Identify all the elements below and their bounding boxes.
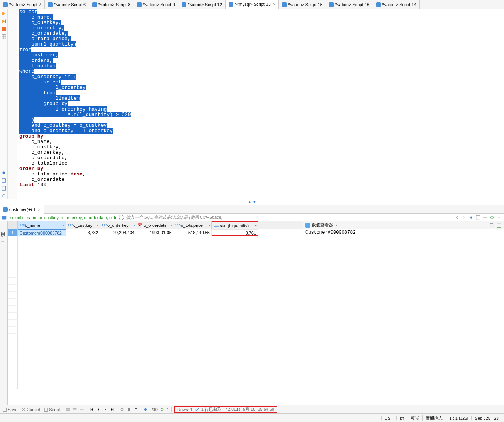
run-icon[interactable] <box>1 11 7 16</box>
side-tabs-top[interactable]: 网格 <box>0 225 7 245</box>
tab-script-8[interactable]: *<atom> Script-8 <box>89 0 134 9</box>
script-button[interactable]: Script <box>43 407 61 412</box>
doc-icon[interactable] <box>1 178 7 183</box>
first-icon[interactable] <box>89 407 94 412</box>
column-header-c_custkey[interactable]: 123c_custkey▾ <box>66 221 100 229</box>
tab-label: *<atom> Script-6 <box>54 2 86 7</box>
doc2-icon[interactable] <box>1 185 7 191</box>
prev-icon[interactable] <box>96 407 101 412</box>
del-row-icon[interactable] <box>80 407 84 412</box>
chevron-down-icon[interactable] <box>496 215 502 220</box>
tab-script-7[interactable]: *<atom> Script-7 <box>0 0 45 9</box>
sql-icon <box>3 2 8 7</box>
filter-icon[interactable]: ▾ <box>209 223 210 227</box>
nav-next-icon[interactable] <box>462 215 467 220</box>
filter-icon[interactable]: ▾ <box>133 223 135 227</box>
number-type-icon: 123 <box>68 223 72 227</box>
tab-script-14[interactable]: *<atom> Script-14 <box>373 0 420 9</box>
explain-icon[interactable] <box>1 26 7 32</box>
column-header-o_orderdate[interactable]: 📅o_orderdate▾ <box>136 221 173 229</box>
expand-icon[interactable] <box>496 223 502 228</box>
pin-icon[interactable] <box>468 215 474 220</box>
tab-label: *<atom> Script-14 <box>382 2 417 7</box>
cell-o_orderkey[interactable]: 29,294,434 <box>100 229 136 236</box>
cell-c_name[interactable]: Customer#000008782 <box>18 229 66 236</box>
svg-rect-10 <box>497 223 501 227</box>
close-icon[interactable]: × <box>38 207 40 212</box>
tab-script-15[interactable]: *<atom> Script-15 <box>279 0 326 9</box>
number-type-icon: 123 <box>175 223 180 227</box>
status-box: Rows: 1 1 行已获取 - 42.811s, 5月 10, 15:54:5… <box>174 406 277 413</box>
copy-icon[interactable] <box>489 223 495 228</box>
value-viewer-pane: 数值查看器 × Customer#000008782 <box>303 221 504 405</box>
refresh-icon[interactable] <box>489 215 495 220</box>
column-header-sum[interactable]: 123sum(l_quantity)▾ <box>212 221 258 229</box>
sql-icon <box>329 2 334 7</box>
results-tab-customer[interactable]: customer(+) 1 × <box>0 205 44 214</box>
run-step-icon[interactable] <box>1 19 7 24</box>
next-icon[interactable] <box>103 407 108 412</box>
filter-icon[interactable]: ▾ <box>170 223 172 227</box>
close-icon[interactable]: × <box>273 2 275 7</box>
refresh-icon[interactable] <box>120 407 124 412</box>
grid-view-icon[interactable] <box>475 215 481 220</box>
filter-icon[interactable]: ▾ <box>63 223 65 227</box>
stop-icon[interactable] <box>127 407 131 412</box>
sash-handle[interactable]: ▲ ▼ <box>0 199 504 205</box>
viewer-header: 数值查看器 × <box>303 221 504 229</box>
tab-script-12[interactable]: *<atom> Script-12 <box>178 0 226 9</box>
status-locale: zh <box>396 416 407 420</box>
last-icon[interactable] <box>110 407 115 412</box>
save-button[interactable]: Save <box>2 407 18 412</box>
results-tab-label: customer(+) 1 <box>9 207 36 212</box>
cell-o_totalprice[interactable]: 518,140.85 <box>173 229 212 236</box>
tab-script-6[interactable]: *<atom> Script-6 <box>45 0 90 9</box>
gear-icon[interactable] <box>143 407 148 412</box>
number-type-icon: 123 <box>214 224 219 228</box>
row-number[interactable]: 1 <box>8 229 18 236</box>
sql-icon <box>282 2 287 7</box>
add-row-icon[interactable] <box>66 407 70 412</box>
dup-row-icon[interactable] <box>73 407 77 412</box>
cancel-button[interactable]: Cancel <box>20 407 41 412</box>
fetch-size[interactable]: 200 <box>150 407 157 412</box>
column-header-o_totalprice[interactable]: 123o_totalprice▾ <box>173 221 212 229</box>
link-icon[interactable] <box>1 193 7 199</box>
check-icon <box>194 407 200 412</box>
grid-header: ABCc_name▾ 123c_custkey▾ 123o_orderkey▾ … <box>8 221 303 229</box>
filter-icon[interactable]: ▾ <box>97 223 99 227</box>
cell-o_orderdate[interactable]: 1993-01-05 <box>136 229 173 236</box>
table-row[interactable]: 1 Customer#000008782 8,782 29,294,434 19… <box>8 229 303 236</box>
column-header-c_name[interactable]: ABCc_name▾ <box>18 221 66 229</box>
script-icon <box>44 407 48 412</box>
cell-c_custkey[interactable]: 8,782 <box>66 229 100 236</box>
filter-icon[interactable]: ▾ <box>255 223 257 228</box>
page-number: 1 <box>167 407 169 412</box>
text2-tab-icon[interactable] <box>0 239 5 244</box>
export-icon[interactable] <box>134 407 138 412</box>
svg-point-14 <box>144 408 147 411</box>
tab-script-13[interactable]: *<mysql> Script-13× <box>226 0 279 9</box>
tab-script-9[interactable]: *<atom> Script-9 <box>134 0 179 9</box>
editor-tabs-bar: *<atom> Script-7 *<atom> Script-6 *<atom… <box>0 0 504 9</box>
text-tab-icon[interactable] <box>0 232 5 238</box>
status-selection: Sel: 325 | 23 <box>471 416 502 420</box>
sql-text-icon[interactable] <box>2 215 7 220</box>
sql-editor[interactable]: select c_name, c_custkey, o_orderkey, o_… <box>8 9 504 199</box>
status-writable: 可写 <box>407 415 422 421</box>
cell-sum[interactable]: 8,761 <box>212 229 258 236</box>
svg-rect-13 <box>128 408 130 411</box>
nav-prev-icon[interactable] <box>455 215 460 220</box>
record-view-icon[interactable] <box>482 215 488 220</box>
autorefresh-icon[interactable] <box>160 407 165 412</box>
filter-input[interactable]: 输入一个 SQL 表达式来过滤结果 (使用 Ctrl+Space) <box>124 214 452 220</box>
expand-icon[interactable]: ⛶ <box>119 215 124 220</box>
column-header-o_orderkey[interactable]: 123o_orderkey▾ <box>100 221 136 229</box>
viewer-content[interactable]: Customer#000008782 <box>303 229 504 405</box>
sql-icon <box>48 2 53 7</box>
tab-script-16[interactable]: *<atom> Script-16 <box>326 0 373 9</box>
close-icon[interactable]: × <box>335 223 338 228</box>
gear-icon[interactable] <box>1 170 7 175</box>
grid-corner[interactable] <box>8 221 18 229</box>
grid-icon[interactable] <box>1 34 7 39</box>
